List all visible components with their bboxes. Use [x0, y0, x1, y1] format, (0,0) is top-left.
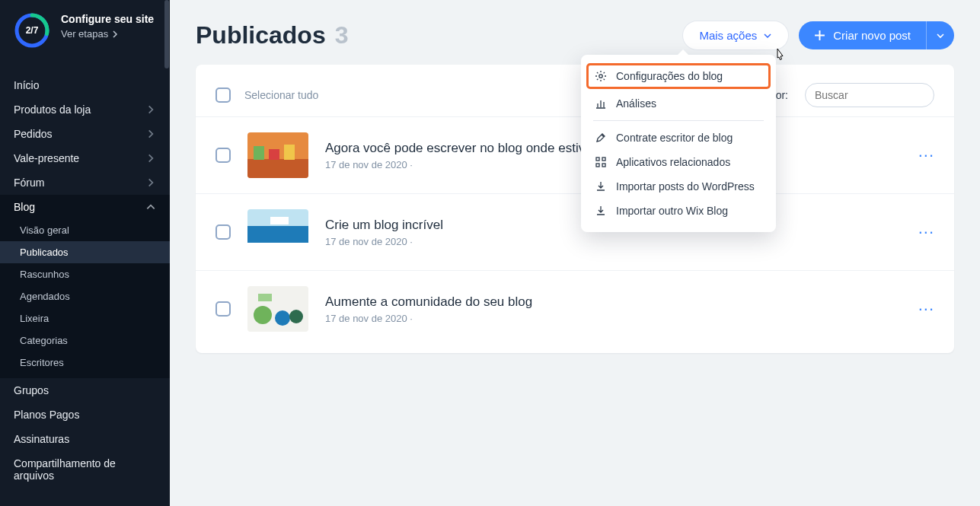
post-thumb [247, 286, 308, 332]
scrollbar-thumb[interactable] [164, 0, 169, 68]
row-more-button[interactable]: ··· [918, 299, 934, 319]
page-title: Publicados 3 [196, 21, 349, 49]
menu-hire-writer[interactable]: Contrate escritor de blog [581, 126, 776, 150]
chevron-right-icon [145, 177, 156, 188]
nav-label: Fórum [14, 177, 44, 189]
more-actions-label: Mais ações [699, 29, 757, 42]
more-actions-menu: Configurações do blog Análises Contrate … [581, 55, 776, 232]
post-date: 17 de nov de 2020 [325, 313, 407, 324]
sub-publicados[interactable]: Publicados [0, 241, 170, 263]
post-date: 17 de nov de 2020 [325, 159, 407, 170]
sub-lixeira[interactable]: Lixeira [0, 307, 170, 329]
nav-forum[interactable]: Fórum [0, 170, 170, 195]
nav-assinaturas[interactable]: Assinaturas [0, 427, 170, 451]
sub-escritores[interactable]: Escritores [0, 352, 170, 374]
svg-rect-20 [258, 294, 272, 301]
svg-rect-9 [254, 146, 264, 160]
menu-label: Análises [616, 97, 656, 110]
nav-planos-pagos[interactable]: Planos Pagos [0, 403, 170, 427]
post-title: Aumente a comunidade do seu blog [325, 294, 902, 310]
post-thumb [247, 132, 308, 178]
menu-label: Aplicativos relacionados [616, 156, 730, 168]
sub-visao-geral[interactable]: Visão geral [0, 219, 170, 241]
sub-categorias[interactable]: Categorias [0, 329, 170, 352]
chevron-right-icon [145, 153, 156, 164]
chevron-up-icon [145, 202, 156, 212]
chevron-down-icon [936, 31, 945, 40]
post-thumb [247, 209, 308, 255]
gear-icon [595, 70, 607, 82]
nav-label: Assinaturas [14, 433, 69, 445]
chevron-down-icon [763, 31, 772, 40]
svg-point-17 [254, 306, 272, 324]
create-post-label: Criar novo post [833, 29, 911, 42]
nav: Início Produtos da loja Pedidos Vale-pre… [0, 64, 170, 488]
create-post-button[interactable]: Criar novo post [799, 21, 926, 49]
sidebar: 2/7 Configure seu site Ver etapas Início… [0, 0, 170, 506]
onboarding-link-label: Ver etapas [61, 28, 108, 40]
bar-chart-icon [595, 97, 607, 110]
row-checkbox[interactable] [215, 148, 231, 163]
onboarding-link[interactable]: Ver etapas [61, 28, 154, 40]
page-title-text: Publicados [196, 21, 326, 49]
svg-rect-14 [247, 243, 308, 255]
nav-inicio[interactable]: Início [0, 73, 170, 97]
nav-blog[interactable]: Blog [0, 195, 170, 219]
svg-point-2 [599, 75, 602, 78]
nav-label: Grupos [14, 384, 49, 396]
post-row[interactable]: Crie um blog incrível 17 de nov de 2020 … [196, 193, 954, 270]
posts-card: Selecionar tudo Filtrar por: Agora você [196, 65, 954, 353]
nav-produtos[interactable]: Produtos da loja [0, 97, 170, 122]
menu-analytics[interactable]: Análises [581, 91, 776, 116]
more-actions-button[interactable]: Mais ações [683, 21, 788, 49]
svg-point-19 [289, 310, 303, 323]
menu-import-wix[interactable]: Importar outro Wix Blog [581, 199, 776, 223]
progress-ring: 2/7 [14, 12, 50, 49]
menu-label: Importar outro Wix Blog [616, 205, 728, 217]
row-checkbox[interactable] [215, 224, 231, 240]
row-checkbox[interactable] [215, 301, 231, 317]
nav-label: Início [14, 79, 39, 91]
nav-label: Planos Pagos [14, 409, 79, 421]
chevron-right-icon [145, 129, 156, 139]
svg-rect-5 [596, 164, 599, 167]
nav-grupos[interactable]: Grupos [0, 378, 170, 403]
svg-rect-8 [247, 159, 308, 178]
onboarding-title: Configure seu site [61, 12, 154, 26]
nav-pedidos[interactable]: Pedidos [0, 122, 170, 146]
menu-blog-settings[interactable]: Configurações do blog [587, 64, 770, 88]
post-row[interactable]: Aumente a comunidade do seu blog 17 de n… [196, 270, 954, 347]
onboarding-card[interactable]: 2/7 Configure seu site Ver etapas [0, 0, 170, 64]
menu-related-apps[interactable]: Aplicativos relacionados [581, 150, 776, 174]
sub-rascunhos[interactable]: Rascunhos [0, 263, 170, 285]
menu-separator [593, 120, 764, 121]
search-input[interactable] [805, 83, 934, 107]
svg-rect-3 [596, 158, 599, 161]
search-field[interactable] [805, 83, 934, 107]
page-count: 3 [335, 21, 349, 49]
select-all-checkbox[interactable] [215, 88, 231, 103]
row-more-button[interactable]: ··· [918, 145, 934, 165]
chevron-right-icon [145, 104, 156, 115]
sidebar-scrollbar[interactable] [164, 0, 170, 506]
download-icon [595, 180, 607, 193]
progress-text: 2/7 [14, 12, 50, 49]
nav-vale-presente[interactable]: Vale-presente [0, 146, 170, 170]
posts-toolbar: Selecionar tudo Filtrar por: [196, 71, 954, 116]
nav-label: Vale-presente [14, 152, 79, 164]
svg-rect-10 [269, 149, 279, 160]
header-actions: Mais ações Criar novo post [683, 21, 954, 49]
sub-agendados[interactable]: Agendados [0, 285, 170, 307]
post-row[interactable]: Agora você pode escrever no blog onde es… [196, 116, 954, 193]
menu-import-wordpress[interactable]: Importar posts do WordPress [581, 174, 776, 199]
menu-label: Importar posts do WordPress [616, 180, 755, 193]
pen-icon [595, 132, 607, 144]
nav-blog-sub: Visão geral Publicados Rascunhos Agendad… [0, 219, 170, 378]
nav-label: Blog [14, 201, 35, 213]
create-post-split[interactable] [926, 21, 954, 49]
row-more-button[interactable]: ··· [918, 222, 934, 242]
svg-rect-15 [270, 217, 289, 224]
menu-label: Contrate escritor de blog [616, 132, 733, 144]
nav-compartilhamento[interactable]: Compartilhamento de arquivos [0, 451, 170, 488]
main: Publicados 3 Mais ações Criar novo post [170, 0, 980, 506]
